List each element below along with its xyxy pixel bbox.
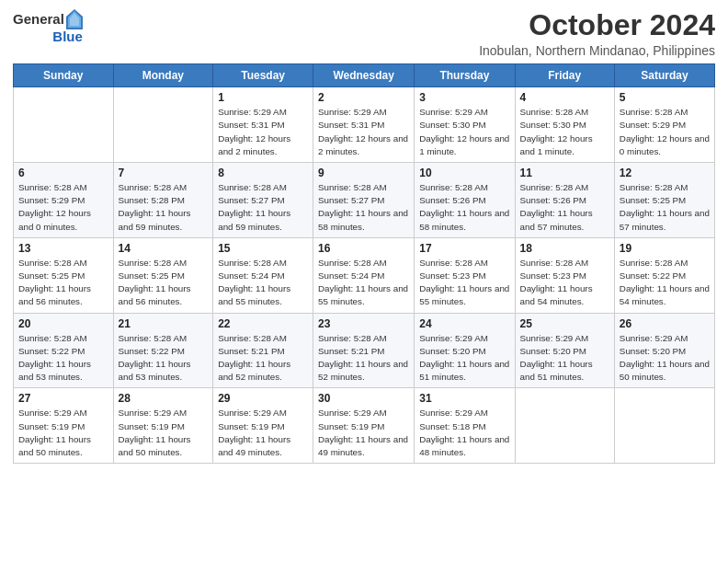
calendar-cell: 4Sunrise: 5:28 AM Sunset: 5:30 PM Daylig… bbox=[515, 87, 614, 163]
day-detail: Sunrise: 5:28 AM Sunset: 5:24 PM Dayligh… bbox=[318, 257, 409, 309]
calendar-cell: 16Sunrise: 5:28 AM Sunset: 5:24 PM Dayli… bbox=[313, 237, 415, 313]
calendar-cell: 15Sunrise: 5:28 AM Sunset: 5:24 PM Dayli… bbox=[213, 237, 313, 313]
day-number: 20 bbox=[18, 317, 108, 330]
logo-text-general: General bbox=[13, 12, 64, 28]
day-detail: Sunrise: 5:28 AM Sunset: 5:23 PM Dayligh… bbox=[520, 257, 609, 309]
day-detail: Sunrise: 5:28 AM Sunset: 5:27 PM Dayligh… bbox=[218, 181, 308, 234]
col-header-monday: Monday bbox=[113, 64, 213, 87]
day-number: 6 bbox=[18, 167, 108, 179]
day-detail: Sunrise: 5:28 AM Sunset: 5:27 PM Dayligh… bbox=[318, 181, 409, 234]
day-number: 17 bbox=[419, 242, 509, 255]
title-block: October 2024 Inobulan, Northern Mindanao… bbox=[479, 9, 715, 58]
day-detail: Sunrise: 5:28 AM Sunset: 5:22 PM Dayligh… bbox=[620, 257, 710, 309]
calendar-cell: 5Sunrise: 5:28 AM Sunset: 5:29 PM Daylig… bbox=[614, 87, 714, 163]
col-header-wednesday: Wednesday bbox=[313, 64, 415, 87]
day-detail: Sunrise: 5:29 AM Sunset: 5:18 PM Dayligh… bbox=[419, 407, 509, 459]
day-number: 18 bbox=[520, 242, 609, 255]
day-number: 4 bbox=[520, 91, 609, 104]
calendar-cell: 3Sunrise: 5:29 AM Sunset: 5:30 PM Daylig… bbox=[415, 87, 515, 163]
day-number: 8 bbox=[218, 167, 308, 179]
day-detail: Sunrise: 5:29 AM Sunset: 5:20 PM Dayligh… bbox=[520, 332, 609, 385]
day-number: 22 bbox=[218, 317, 308, 330]
day-number: 31 bbox=[419, 392, 509, 405]
day-detail: Sunrise: 5:28 AM Sunset: 5:29 PM Dayligh… bbox=[620, 106, 710, 158]
day-detail: Sunrise: 5:29 AM Sunset: 5:20 PM Dayligh… bbox=[419, 332, 509, 385]
calendar-cell: 7Sunrise: 5:28 AM Sunset: 5:28 PM Daylig… bbox=[113, 163, 213, 238]
day-detail: Sunrise: 5:29 AM Sunset: 5:19 PM Dayligh… bbox=[218, 407, 308, 459]
day-detail: Sunrise: 5:28 AM Sunset: 5:22 PM Dayligh… bbox=[119, 332, 209, 385]
day-number: 21 bbox=[119, 317, 209, 330]
calendar-cell: 22Sunrise: 5:28 AM Sunset: 5:21 PM Dayli… bbox=[213, 313, 313, 388]
day-detail: Sunrise: 5:29 AM Sunset: 5:19 PM Dayligh… bbox=[18, 407, 108, 459]
col-header-thursday: Thursday bbox=[415, 64, 515, 87]
calendar-cell: 17Sunrise: 5:28 AM Sunset: 5:23 PM Dayli… bbox=[415, 237, 515, 313]
calendar-cell: 13Sunrise: 5:28 AM Sunset: 5:25 PM Dayli… bbox=[14, 237, 114, 313]
calendar-cell: 19Sunrise: 5:28 AM Sunset: 5:22 PM Dayli… bbox=[614, 237, 714, 313]
day-number: 2 bbox=[318, 91, 409, 104]
calendar-cell: 10Sunrise: 5:28 AM Sunset: 5:26 PM Dayli… bbox=[415, 163, 515, 238]
day-detail: Sunrise: 5:28 AM Sunset: 5:26 PM Dayligh… bbox=[419, 181, 509, 234]
day-detail: Sunrise: 5:28 AM Sunset: 5:26 PM Dayligh… bbox=[520, 181, 609, 234]
day-number: 15 bbox=[218, 242, 308, 255]
page-header: General Blue October 2024 Inobulan, Nort… bbox=[13, 9, 715, 58]
calendar-cell: 12Sunrise: 5:28 AM Sunset: 5:25 PM Dayli… bbox=[614, 163, 714, 238]
day-detail: Sunrise: 5:29 AM Sunset: 5:19 PM Dayligh… bbox=[119, 407, 209, 459]
calendar-cell: 28Sunrise: 5:29 AM Sunset: 5:19 PM Dayli… bbox=[113, 388, 213, 464]
day-number: 25 bbox=[520, 317, 609, 330]
calendar-cell bbox=[113, 87, 213, 163]
logo-icon bbox=[66, 9, 83, 29]
col-header-friday: Friday bbox=[515, 64, 614, 87]
calendar-cell: 29Sunrise: 5:29 AM Sunset: 5:19 PM Dayli… bbox=[213, 388, 313, 464]
location-title: Inobulan, Northern Mindanao, Philippines bbox=[479, 43, 715, 58]
col-header-tuesday: Tuesday bbox=[213, 64, 313, 87]
day-detail: Sunrise: 5:28 AM Sunset: 5:29 PM Dayligh… bbox=[18, 181, 108, 234]
calendar-cell: 9Sunrise: 5:28 AM Sunset: 5:27 PM Daylig… bbox=[313, 163, 415, 238]
day-number: 29 bbox=[218, 392, 308, 405]
day-number: 12 bbox=[620, 167, 710, 179]
day-detail: Sunrise: 5:28 AM Sunset: 5:30 PM Dayligh… bbox=[520, 106, 609, 158]
day-detail: Sunrise: 5:29 AM Sunset: 5:31 PM Dayligh… bbox=[218, 106, 308, 158]
day-number: 14 bbox=[119, 242, 209, 255]
day-number: 5 bbox=[620, 91, 710, 104]
logo: General Blue bbox=[13, 9, 83, 45]
logo-text-blue: Blue bbox=[52, 29, 83, 45]
day-number: 24 bbox=[419, 317, 509, 330]
calendar-cell bbox=[14, 87, 114, 163]
day-detail: Sunrise: 5:28 AM Sunset: 5:21 PM Dayligh… bbox=[318, 332, 409, 385]
calendar-cell: 20Sunrise: 5:28 AM Sunset: 5:22 PM Dayli… bbox=[14, 313, 114, 388]
day-detail: Sunrise: 5:28 AM Sunset: 5:28 PM Dayligh… bbox=[119, 181, 209, 234]
calendar-cell bbox=[515, 388, 614, 464]
calendar-cell bbox=[614, 388, 714, 464]
day-number: 10 bbox=[419, 167, 509, 179]
col-header-sunday: Sunday bbox=[14, 64, 114, 87]
calendar-cell: 1Sunrise: 5:29 AM Sunset: 5:31 PM Daylig… bbox=[213, 87, 313, 163]
day-number: 19 bbox=[620, 242, 710, 255]
calendar-cell: 8Sunrise: 5:28 AM Sunset: 5:27 PM Daylig… bbox=[213, 163, 313, 238]
calendar-cell: 2Sunrise: 5:29 AM Sunset: 5:31 PM Daylig… bbox=[313, 87, 415, 163]
day-detail: Sunrise: 5:28 AM Sunset: 5:23 PM Dayligh… bbox=[419, 257, 509, 309]
calendar-cell: 18Sunrise: 5:28 AM Sunset: 5:23 PM Dayli… bbox=[515, 237, 614, 313]
day-number: 23 bbox=[318, 317, 409, 330]
day-detail: Sunrise: 5:28 AM Sunset: 5:25 PM Dayligh… bbox=[620, 181, 710, 234]
day-detail: Sunrise: 5:28 AM Sunset: 5:21 PM Dayligh… bbox=[218, 332, 308, 385]
day-number: 11 bbox=[520, 167, 609, 179]
calendar-cell: 6Sunrise: 5:28 AM Sunset: 5:29 PM Daylig… bbox=[14, 163, 114, 238]
calendar-cell: 11Sunrise: 5:28 AM Sunset: 5:26 PM Dayli… bbox=[515, 163, 614, 238]
day-number: 3 bbox=[419, 91, 509, 104]
day-detail: Sunrise: 5:29 AM Sunset: 5:31 PM Dayligh… bbox=[318, 106, 409, 158]
calendar-cell: 21Sunrise: 5:28 AM Sunset: 5:22 PM Dayli… bbox=[113, 313, 213, 388]
day-number: 28 bbox=[119, 392, 209, 405]
calendar-cell: 23Sunrise: 5:28 AM Sunset: 5:21 PM Dayli… bbox=[313, 313, 415, 388]
day-number: 26 bbox=[620, 317, 710, 330]
col-header-saturday: Saturday bbox=[614, 64, 714, 87]
day-detail: Sunrise: 5:29 AM Sunset: 5:30 PM Dayligh… bbox=[419, 106, 509, 158]
day-number: 9 bbox=[318, 167, 409, 179]
calendar-cell: 24Sunrise: 5:29 AM Sunset: 5:20 PM Dayli… bbox=[415, 313, 515, 388]
day-detail: Sunrise: 5:28 AM Sunset: 5:24 PM Dayligh… bbox=[218, 257, 308, 309]
calendar-cell: 26Sunrise: 5:29 AM Sunset: 5:20 PM Dayli… bbox=[614, 313, 714, 388]
month-title: October 2024 bbox=[479, 9, 715, 41]
day-detail: Sunrise: 5:29 AM Sunset: 5:20 PM Dayligh… bbox=[620, 332, 710, 385]
day-number: 16 bbox=[318, 242, 409, 255]
calendar-table: SundayMondayTuesdayWednesdayThursdayFrid… bbox=[13, 63, 715, 464]
calendar-cell: 25Sunrise: 5:29 AM Sunset: 5:20 PM Dayli… bbox=[515, 313, 614, 388]
